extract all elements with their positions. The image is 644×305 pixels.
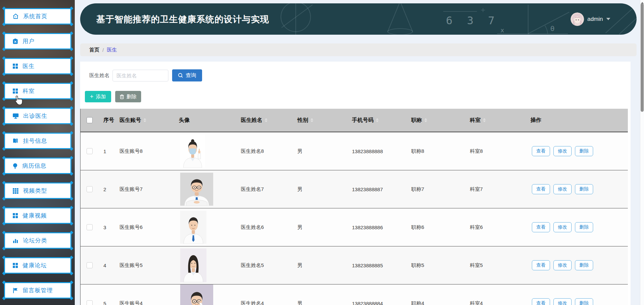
cell-account: 医生账号8 (115, 148, 174, 155)
sidebar-item-health-videos[interactable]: 健康视频 (4, 207, 71, 224)
sidebar-item-forum-categories[interactable]: 论坛分类 (4, 232, 71, 249)
view-button[interactable]: 查看 (532, 298, 550, 305)
sort-icon[interactable] (483, 117, 486, 124)
sidebar-item-label: 留言板管理 (23, 286, 53, 294)
edit-button[interactable]: 修改 (553, 260, 572, 270)
user-menu[interactable]: admin (571, 12, 610, 26)
sidebar-item-video-types[interactable]: 视频类型 (4, 182, 71, 199)
cell-name: 医生姓名6 (236, 224, 293, 231)
sort-icon[interactable] (311, 117, 313, 124)
search-input[interactable] (112, 70, 168, 81)
delete-row-button[interactable]: 删除 (575, 298, 593, 305)
page-scrollbar[interactable] (640, 0, 644, 305)
cell-title: 职称4 (407, 300, 465, 305)
breadcrumb-separator: / (102, 47, 104, 53)
sort-icon[interactable] (143, 117, 146, 124)
sidebar-item-label: 健康视频 (23, 212, 47, 219)
row-checkbox[interactable] (87, 148, 93, 154)
sidebar-item-health-forum[interactable]: 健康论坛 (4, 257, 71, 274)
table-header-row: 序号医生账号头像医生姓名性别手机号码职称科室操作 (80, 109, 628, 132)
view-button[interactable]: 查看 (532, 260, 550, 270)
content-card: 医生姓名 查询 + 添加 (80, 62, 631, 305)
table-row: 4医生账号5医生姓名5男13823888885职称5科室5查看修改删除 (80, 246, 628, 284)
view-button[interactable]: 查看 (532, 146, 550, 156)
delete-row-button[interactable]: 删除 (575, 222, 593, 232)
breadcrumb-home[interactable]: 首页 (89, 47, 99, 53)
add-button[interactable]: + 添加 (85, 91, 111, 102)
doctor-avatar (174, 248, 236, 282)
delete-button[interactable]: 删除 (115, 91, 141, 102)
column-header-index: 序号 (99, 117, 115, 124)
home-icon (12, 13, 19, 20)
sidebar-item-users[interactable]: 用户 (4, 33, 71, 49)
breadcrumb-current[interactable]: 医生 (107, 47, 117, 53)
delete-row-button[interactable]: 删除 (575, 184, 593, 194)
sort-icon[interactable] (265, 117, 267, 124)
cell-name: 医生姓名5 (236, 262, 293, 269)
sidebar-item-doctors[interactable]: 医生 (4, 58, 71, 74)
cell-index: 1 (99, 148, 115, 154)
sidebar-item-visiting-doctors[interactable]: 出诊医生 (4, 108, 71, 124)
view-button[interactable]: 查看 (532, 222, 550, 232)
chalk-x-label: x (501, 27, 504, 34)
main-area: 6 3 7 θ x 基于智能推荐的卫生健康系统的设计与实现 admin 首页 / (75, 0, 644, 305)
cell-index: 4 (99, 263, 115, 268)
cell-gender: 男 (293, 262, 347, 269)
view-button[interactable]: 查看 (532, 184, 550, 194)
cell-title: 职称6 (407, 224, 465, 231)
toolbar: + 添加 删除 (85, 91, 141, 102)
edit-button[interactable]: 修改 (553, 222, 572, 232)
column-header-account[interactable]: 医生账号 (115, 117, 174, 124)
sidebar-item-label: 科室 (23, 87, 35, 95)
edit-button[interactable]: 修改 (553, 184, 572, 194)
cell-dept: 科室5 (465, 262, 526, 269)
column-header-gender[interactable]: 性别 (293, 117, 347, 124)
sidebar-item-departments[interactable]: 科室 (4, 83, 71, 99)
bar-chart-icon (12, 238, 19, 243)
row-checkbox[interactable] (87, 300, 93, 305)
cell-account: 医生账号6 (115, 224, 174, 231)
sidebar-item-home[interactable]: 系统首页 (4, 8, 71, 25)
doctor-avatar (174, 173, 236, 206)
row-checkbox[interactable] (87, 224, 93, 230)
column-header-phone[interactable]: 手机号码 (347, 117, 407, 124)
user-avatar (571, 12, 584, 26)
column-header-title[interactable]: 职称 (407, 117, 465, 124)
table-row: 2医生账号7医生姓名7男13823888887职称7科室7查看修改删除 (80, 170, 628, 208)
cell-phone: 13823888886 (347, 225, 407, 230)
cell-title: 职称8 (407, 148, 465, 155)
select-all-checkbox[interactable] (87, 117, 93, 123)
row-checkbox[interactable] (87, 186, 93, 192)
search-icon (178, 73, 183, 78)
column-header-dept[interactable]: 科室 (465, 117, 526, 124)
sidebar-item-registration-info[interactable]: 挂号信息 (4, 133, 71, 149)
cell-phone: 13823888888 (347, 148, 407, 154)
delete-row-button[interactable]: 删除 (575, 146, 593, 156)
sidebar-item-message-board[interactable]: 留言板管理 (4, 282, 71, 299)
delete-row-button[interactable]: 删除 (575, 260, 593, 270)
cell-phone: 13823888884 (347, 301, 407, 305)
row-actions: 查看修改删除 (526, 184, 628, 194)
cell-index: 3 (99, 225, 115, 230)
cell-gender: 男 (293, 148, 347, 155)
scrollbar-thumb[interactable] (641, 3, 644, 112)
cell-title: 职称7 (407, 186, 465, 193)
sort-icon[interactable] (376, 117, 379, 124)
sidebar-item-label: 出诊医生 (23, 112, 47, 120)
cell-dept: 科室6 (465, 224, 526, 231)
cell-dept: 科室7 (465, 186, 526, 193)
breadcrumb: 首页 / 医生 (80, 43, 637, 56)
edit-button[interactable]: 修改 (553, 298, 572, 305)
row-checkbox[interactable] (87, 262, 93, 268)
sidebar: 系统首页用户医生科室出诊医生挂号信息病历信息视频类型健康视频论坛分类健康论坛留言… (0, 0, 75, 305)
sidebar-item-label: 挂号信息 (23, 137, 47, 145)
sidebar-item-medical-records[interactable]: 病历信息 (4, 158, 71, 174)
sidebar-item-label: 系统首页 (23, 12, 47, 20)
sidebar-item-label: 医生 (23, 62, 35, 70)
sort-icon[interactable] (424, 117, 427, 124)
column-header-name[interactable]: 医生姓名 (236, 117, 293, 124)
edit-button[interactable]: 修改 (553, 146, 572, 156)
query-button[interactable]: 查询 (172, 69, 202, 81)
cell-gender: 男 (293, 224, 347, 231)
sidebar-item-label: 健康论坛 (23, 262, 47, 269)
